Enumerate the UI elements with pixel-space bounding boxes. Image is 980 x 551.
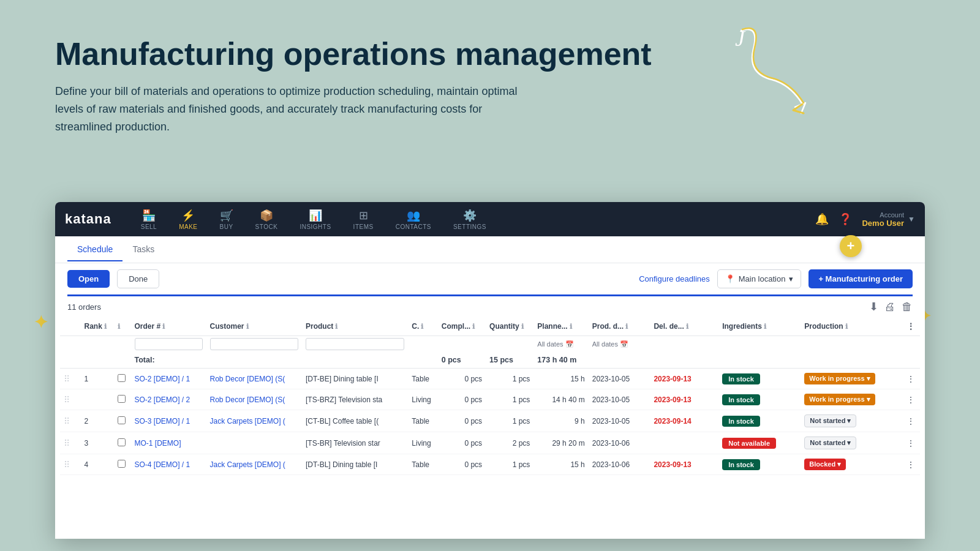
in-stock-badge: In stock — [722, 394, 760, 405]
download-icon[interactable]: ⬇ — [869, 300, 878, 313]
production-cell: Not started ▾ — [801, 432, 903, 454]
hero-description: Define your bill of materials and operat… — [55, 83, 533, 135]
planned-cell: 9 h — [533, 410, 588, 432]
order-link[interactable]: SO-2 [DEMO] / 1 — [135, 375, 190, 383]
account-name: Demo User — [862, 219, 904, 228]
nav-item-items[interactable]: ⊞ ITEMS — [344, 205, 383, 234]
customer-link[interactable]: Jack Carpets [DEMO] ( — [210, 460, 285, 469]
drag-handle[interactable]: ⠿ — [60, 454, 81, 475]
col-compl[interactable]: Compl... ℹ — [438, 317, 486, 336]
ingredients-cell: Not available — [718, 432, 801, 454]
table-row: ⠿ 4 SO-4 [DEMO] / 1 Jack Carpets [DEMO] … — [60, 454, 920, 475]
product-cell: [DT-BE] Dining table [I — [302, 369, 408, 389]
logo-text: katana — [65, 211, 111, 227]
col-customer[interactable]: Customer ℹ — [206, 317, 303, 336]
compl-cell: 0 pcs — [438, 454, 486, 475]
row-checkbox[interactable] — [118, 438, 126, 446]
nav-item-insights[interactable]: 📊 INSIGHTS — [290, 205, 341, 234]
tab-schedule[interactable]: Schedule — [67, 238, 123, 261]
table-row: ⠿ 2 SO-3 [DEMO] / 1 Jack Carpets [DEMO] … — [60, 410, 920, 432]
production-status-dropdown[interactable]: Not started ▾ — [804, 437, 856, 449]
navbar: katana 🏪 SELL ⚡ MAKE 🛒 BUY 📦 STOCK 📊 INS… — [55, 202, 925, 236]
account-chevron-icon: ▼ — [908, 215, 915, 223]
production-status-dropdown[interactable]: Work in progress ▾ — [804, 373, 875, 384]
production-status-dropdown[interactable]: Work in progress ▾ — [804, 394, 875, 405]
drag-handle[interactable]: ⠿ — [60, 432, 81, 454]
order-link[interactable]: SO-2 [DEMO] / 2 — [135, 395, 190, 404]
row-checkbox[interactable] — [118, 416, 126, 424]
col-order[interactable]: Order # ℹ — [131, 317, 206, 336]
account-menu[interactable]: Account Demo User ▼ — [862, 211, 915, 228]
nav-item-settings[interactable]: ⚙️ SETTINGS — [443, 205, 496, 234]
filter-planned-date[interactable]: All dates 📅 — [537, 340, 584, 348]
quantity-cell: 1 pcs — [486, 410, 533, 432]
drag-handle[interactable]: ⠿ — [60, 410, 81, 432]
col-del-date[interactable]: Del. de... ℹ — [650, 317, 718, 336]
nav-item-stock[interactable]: 📦 STOCK — [246, 205, 288, 234]
filter-del-date[interactable]: All dates 📅 — [592, 340, 647, 348]
order-link[interactable]: SO-4 [DEMO] / 1 — [135, 460, 190, 469]
order-link[interactable]: SO-3 [DEMO] / 1 — [135, 417, 190, 425]
configure-deadlines-link[interactable]: Configure deadlines — [639, 274, 710, 283]
production-status-dropdown[interactable]: Blocked ▾ — [804, 459, 846, 470]
order-link[interactable]: MO-1 [DEMO] — [135, 439, 181, 448]
product-cell: [CT-BL] Coffee table [( — [302, 410, 408, 432]
help-icon[interactable]: ❓ — [839, 212, 852, 226]
open-button[interactable]: Open — [67, 270, 110, 288]
nav-item-make[interactable]: ⚡ MAKE — [169, 205, 207, 234]
app-logo[interactable]: katana — [65, 211, 111, 227]
col-ingredients[interactable]: Ingredients ℹ — [718, 317, 801, 336]
col-quantity[interactable]: Quantity ℹ — [486, 317, 533, 336]
table-row: ⠿ 3 MO-1 [DEMO] [TS-BR] Television star … — [60, 432, 920, 454]
production-cell: Work in progress ▾ — [801, 389, 903, 410]
more-options[interactable]: ⋮ — [903, 410, 920, 432]
customer-link[interactable]: Rob Decor [DEMO] (S( — [210, 395, 285, 404]
filter-customer[interactable] — [210, 338, 299, 350]
more-options[interactable]: ⋮ — [903, 389, 920, 410]
prod-date-cell: 2023-10-05 — [589, 410, 650, 432]
nav-item-contacts[interactable]: 👥 CONTACTS — [386, 205, 441, 234]
table-meta: 11 orders ⬇ 🖨 🗑 — [55, 296, 925, 317]
account-label: Account — [862, 211, 904, 219]
filter-product[interactable] — [306, 338, 404, 350]
drag-handle[interactable]: ⠿ — [60, 389, 81, 410]
col-category[interactable]: C. ℹ — [408, 317, 437, 336]
quantity-cell: 1 pcs — [486, 454, 533, 475]
col-planned[interactable]: Planne... ℹ — [533, 317, 588, 336]
done-button[interactable]: Done — [117, 269, 159, 288]
more-options[interactable]: ⋮ — [903, 369, 920, 389]
col-rank: Rank ℹ — [81, 317, 114, 336]
not-available-badge: Not available — [722, 438, 776, 449]
total-row: Total: 0 pcs 15 pcs 173 h 40 m — [60, 352, 920, 369]
col-product[interactable]: Product ℹ — [302, 317, 408, 336]
col-production[interactable]: Production ℹ — [801, 317, 903, 336]
col-more[interactable]: ⋮ — [903, 317, 920, 336]
orders-table: Rank ℹ ℹ Order # ℹ Customer ℹ Product ℹ — [60, 317, 920, 475]
drag-handle[interactable]: ⠿ — [60, 369, 81, 389]
row-checkbox[interactable] — [118, 460, 126, 468]
location-dropdown[interactable]: 📍 Main location ▾ — [717, 269, 802, 288]
svg-text:J: J — [735, 26, 746, 51]
customer-link[interactable]: Jack Carpets [DEMO] ( — [210, 417, 285, 425]
category-cell: Table — [408, 454, 437, 475]
manufacturing-order-button[interactable]: + Manufacturing order — [809, 269, 913, 288]
tab-tasks[interactable]: Tasks — [123, 238, 164, 261]
category-cell: Table — [408, 369, 437, 389]
production-status-dropdown[interactable]: Not started ▾ — [804, 414, 856, 427]
notification-icon[interactable]: 🔔 — [815, 212, 829, 226]
row-checkbox[interactable] — [118, 395, 126, 403]
delete-icon[interactable]: 🗑 — [902, 301, 913, 313]
location-chevron-icon: ▾ — [789, 274, 793, 283]
col-prod-date[interactable]: Prod. d... ℹ — [589, 317, 650, 336]
row-checkbox[interactable] — [118, 374, 126, 382]
make-icon: ⚡ — [181, 209, 195, 222]
more-options[interactable]: ⋮ — [903, 454, 920, 475]
nav-item-buy[interactable]: 🛒 BUY — [210, 205, 243, 234]
nav-item-sell[interactable]: 🏪 SELL — [131, 205, 167, 234]
filter-row: All dates 📅 All dates 📅 — [60, 336, 920, 353]
add-button-float[interactable]: + — [840, 235, 862, 257]
more-options[interactable]: ⋮ — [903, 432, 920, 454]
print-icon[interactable]: 🖨 — [884, 301, 895, 313]
filter-order[interactable] — [135, 338, 203, 350]
customer-link[interactable]: Rob Decor [DEMO] (S( — [210, 375, 285, 383]
